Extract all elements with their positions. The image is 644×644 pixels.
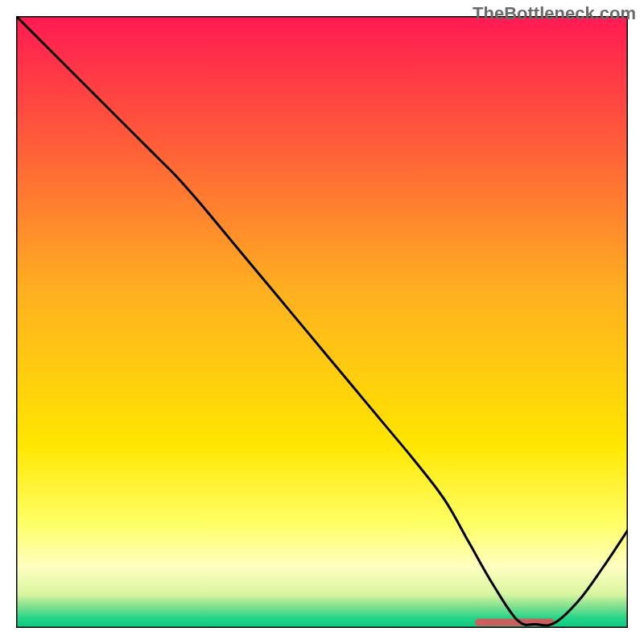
chart-container: TheBottleneck.com <box>0 0 644 644</box>
plot-area <box>16 16 628 628</box>
watermark-text: TheBottleneck.com <box>473 3 636 24</box>
chart-svg <box>16 16 628 628</box>
